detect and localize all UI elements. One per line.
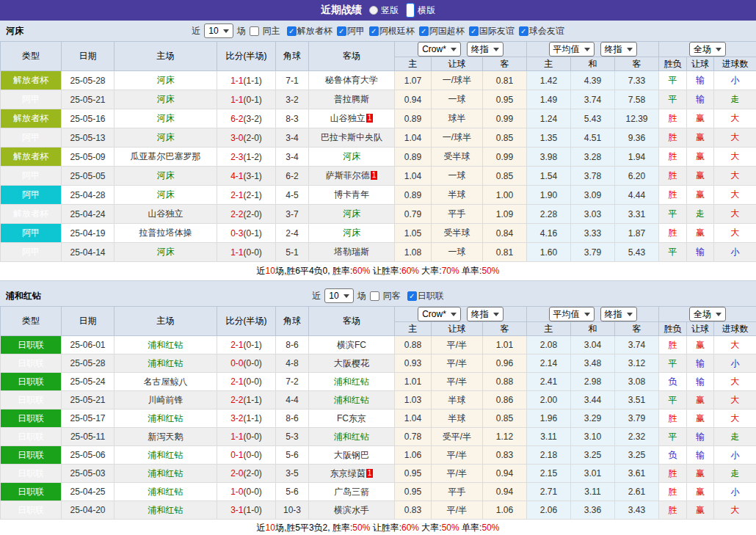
- col-away: 客场: [309, 42, 395, 71]
- final-index-select[interactable]: 终指: [467, 307, 504, 321]
- result-wdl: 胜: [659, 483, 687, 501]
- away-team: 河床: [309, 224, 395, 243]
- league-checkbox[interactable]: ✓: [419, 26, 429, 36]
- layout-horizontal-option[interactable]: 横版: [406, 3, 435, 18]
- league-badge: 日职联: [1, 446, 62, 465]
- league-filter-item[interactable]: ✓阿甲: [337, 25, 365, 37]
- avg-away: 5.43: [615, 243, 659, 262]
- avg-draw: 3.79: [571, 243, 615, 262]
- odds-home: 1.04: [395, 128, 432, 148]
- chevron-down-icon: [493, 313, 499, 316]
- corner-score: 3-4: [276, 128, 309, 148]
- col-goals: 进球数: [714, 57, 756, 71]
- same-home-label: 同主: [263, 25, 280, 37]
- avg-draw: 3.78: [571, 167, 615, 186]
- league-checkbox[interactable]: ✓: [287, 26, 297, 36]
- match-count-select[interactable]: 10: [204, 23, 233, 38]
- avg-draw: 3.36: [571, 501, 615, 520]
- halftime-score: (1-0): [244, 505, 262, 515]
- away-team-name: 浦和红钻: [334, 376, 369, 387]
- final-index-select[interactable]: 终指: [467, 42, 504, 57]
- avg-home: 2.06: [527, 501, 571, 520]
- col-date: 日期: [62, 307, 115, 336]
- league-checkbox[interactable]: ✓: [369, 26, 379, 36]
- corner-score: 3-4: [276, 148, 309, 167]
- fulltime-score: 1-1: [230, 432, 243, 442]
- col-home: 主场: [115, 42, 217, 71]
- league-filter-item[interactable]: ✓日职联: [407, 290, 444, 302]
- league-filter-list: ✓解放者杯✓阿甲✓阿根廷杯✓阿国超杯✓国际友谊✓球会友谊: [284, 25, 564, 37]
- avg-draw: 3.29: [571, 410, 615, 428]
- bookmaker-select[interactable]: Crow*: [418, 307, 461, 321]
- fulltime-group-header: 全场: [659, 307, 756, 322]
- same-home-checkbox[interactable]: [250, 26, 259, 36]
- result-wdl: 平: [659, 243, 687, 262]
- avg-home: 1.49: [527, 90, 571, 109]
- avg-draw: 3.04: [571, 336, 615, 354]
- away-team-name: 浦和红钻: [334, 432, 369, 442]
- match-count-select[interactable]: 10: [324, 288, 353, 303]
- league-badge: 解放者杯: [1, 71, 62, 90]
- vertical-radio-icon[interactable]: [369, 6, 378, 15]
- away-team: 博卡青年: [309, 186, 395, 205]
- layout-vertical-option[interactable]: 竖版: [369, 4, 399, 17]
- result-wdl: 平: [659, 391, 687, 410]
- score: 2-2(2-0): [217, 205, 276, 224]
- result-handicap: 赢: [687, 483, 714, 501]
- league-filter-item[interactable]: ✓国际友谊: [469, 25, 515, 37]
- league-checkbox[interactable]: ✓: [469, 26, 479, 36]
- odds-home: 1.03: [395, 391, 432, 410]
- result-handicap: 赢: [687, 410, 714, 428]
- handicap: 平/半: [432, 336, 483, 354]
- odds-group-header: Crow* 终指: [395, 307, 527, 322]
- full-match-select[interactable]: 全场: [689, 42, 726, 57]
- final-index-select-2[interactable]: 终指: [600, 307, 637, 321]
- league-filter-item[interactable]: ✓球会友谊: [519, 25, 564, 37]
- league-checkbox[interactable]: ✓: [407, 291, 417, 301]
- average-select[interactable]: 平均值: [549, 307, 595, 321]
- avg-away: 3.51: [615, 391, 659, 410]
- final-index-select-2[interactable]: 终指: [600, 42, 637, 57]
- col-avg-home: 主: [527, 322, 571, 336]
- away-team: 秘鲁体育大学: [309, 71, 395, 90]
- league-checkbox[interactable]: ✓: [337, 26, 346, 36]
- league-filter-item[interactable]: ✓解放者杯: [287, 25, 332, 37]
- match-date: 25-05-16: [62, 109, 115, 128]
- table-row: 解放者杯25-05-16河床6-2(3-2)8-3山谷独立10.89球半0.99…: [1, 109, 756, 128]
- league-filter-item[interactable]: ✓阿国超杯: [419, 25, 465, 37]
- score: 0-1(0-0): [217, 446, 276, 465]
- full-match-select[interactable]: 全场: [689, 307, 726, 321]
- league-filter-item[interactable]: ✓阿根廷杯: [369, 25, 415, 37]
- table-row: 日职联25-06-01浦和红钻2-1(0-1)8-6横滨FC0.88平/半1.0…: [1, 336, 756, 354]
- handicap: 半球: [432, 186, 483, 205]
- odds-away: 0.85: [483, 167, 527, 186]
- avg-away: 7.33: [615, 71, 659, 90]
- near-label: 近: [192, 25, 200, 37]
- result-handicap: 赢: [687, 501, 714, 520]
- halftime-score: (3-1): [244, 171, 262, 181]
- league-checkbox-label: 阿甲: [347, 25, 365, 37]
- avg-draw: 5.43: [571, 109, 615, 128]
- average-select[interactable]: 平均值: [549, 42, 595, 57]
- match-date: 25-05-21: [62, 90, 115, 109]
- avg-draw: 3.44: [571, 391, 615, 410]
- away-team-name: FC东京: [337, 413, 366, 423]
- bookmaker-select[interactable]: Crow*: [418, 42, 461, 57]
- table-row: 日职联25-05-24名古屋鲸八2-1(0-0)7-2浦和红钻1.01平/半0.…: [1, 373, 756, 391]
- avg-home: 1.60: [527, 243, 571, 262]
- league-checkbox[interactable]: ✓: [519, 26, 528, 36]
- table-row: 日职联25-05-03浦和红钻2-0(2-0)3-5东京绿茵10.95平/半0.…: [1, 465, 756, 483]
- score: 2-1(0-1): [217, 336, 276, 354]
- avg-draw: 2.98: [571, 373, 615, 391]
- score: 0-0(0-0): [217, 354, 276, 373]
- odds-away: 0.83: [483, 446, 527, 465]
- horizontal-radio-icon[interactable]: [406, 3, 415, 18]
- handicap: 半球: [432, 391, 483, 410]
- same-away-checkbox[interactable]: [370, 291, 379, 301]
- away-team: 河床: [309, 205, 395, 224]
- result-goals: 大: [714, 148, 756, 167]
- home-team: 浦和红钻: [115, 465, 217, 483]
- score: 3-0(2-0): [217, 128, 276, 148]
- chevron-down-icon: [344, 294, 349, 298]
- corner-score: 4-5: [276, 186, 309, 205]
